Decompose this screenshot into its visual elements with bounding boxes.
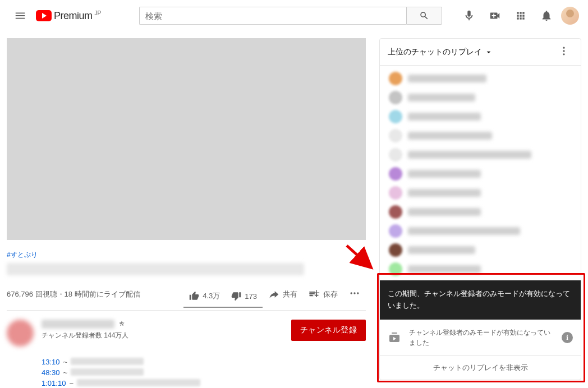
svg-point-5 [563, 53, 564, 55]
chat-text [408, 208, 481, 216]
share-label: 共有 [283, 289, 297, 299]
chat-message [380, 241, 581, 260]
timestamp-link[interactable]: 48:30 [42, 368, 60, 377]
video-column: #すとぷり 676,796 回視聴・18 時間前にライブ配信 4.3万 173 … [7, 38, 366, 388]
video-player[interactable] [7, 38, 366, 240]
view-count-text: 676,796 回視聴・18 時間前にライブ配信 [7, 289, 140, 299]
svg-point-4 [563, 50, 564, 52]
bell-icon [540, 10, 553, 22]
create-button[interactable] [484, 4, 506, 27]
share-button[interactable]: 共有 [263, 284, 303, 304]
youtube-square-icon [388, 331, 401, 344]
share-icon [268, 289, 279, 300]
header-right [458, 4, 579, 27]
chat-text [408, 75, 486, 82]
chat-footer: この期間、チャンネル登録者のみモードが有効になっていました。 チャンネル登録者の… [380, 280, 581, 380]
country-code: JP [95, 10, 102, 16]
chat-system-text: チャンネル登録者のみモードが有効になっていました [409, 327, 554, 348]
chat-message [380, 260, 581, 279]
subscribe-button[interactable]: チャンネル登録 [291, 320, 366, 341]
chat-avatar [389, 167, 402, 181]
video-plus-icon [489, 10, 501, 22]
channel-avatar[interactable] [7, 320, 34, 347]
notifications-button[interactable] [535, 4, 558, 27]
youtube-play-icon [36, 10, 52, 21]
app-header: Premium JP [0, 0, 588, 31]
chat-avatar [389, 224, 402, 238]
chapters-list: 13:10 48:30 1:01:10 [42, 358, 366, 387]
like-button[interactable]: 4.3万 [183, 287, 226, 308]
chat-avatar [389, 72, 402, 85]
svg-point-2 [357, 292, 359, 294]
chat-messages[interactable] [380, 66, 581, 280]
dislike-button[interactable]: 173 [226, 287, 263, 308]
chat-text [408, 246, 475, 254]
stats-row: 676,796 回視聴・18 時間前にライブ配信 4.3万 173 共有 保存 [7, 283, 366, 311]
chapter-item: 13:10 [42, 358, 366, 366]
microphone-icon [463, 10, 475, 22]
logo[interactable]: Premium JP [36, 10, 101, 22]
search-icon [419, 11, 429, 21]
hamburger-icon [14, 10, 26, 22]
playlist-add-icon [309, 289, 320, 300]
chat-text [408, 113, 481, 121]
search-input[interactable] [139, 7, 406, 25]
chat-column: 上位のチャットのリプレイ この期間、チャンネル登録者のみモードが有効になっていま… [379, 38, 581, 388]
menu-button[interactable] [9, 4, 31, 27]
channel-name[interactable] [42, 320, 114, 329]
chat-banner: この期間、チャンネル登録者のみモードが有効になっていました。 [380, 280, 581, 320]
chat-text [408, 151, 531, 159]
chat-options-button[interactable] [555, 42, 573, 62]
chat-message [380, 126, 581, 145]
main-content: #すとぷり 676,796 回視聴・18 時間前にライブ配信 4.3万 173 … [0, 31, 588, 388]
search-form [139, 7, 442, 25]
more-vertical-icon [558, 45, 569, 57]
chat-text [408, 227, 520, 235]
like-count: 4.3万 [203, 291, 220, 301]
apps-grid-icon [515, 10, 526, 21]
more-actions-button[interactable] [343, 283, 366, 306]
svg-point-3 [563, 47, 564, 48]
action-bar: 4.3万 173 共有 保存 [183, 283, 366, 306]
svg-rect-7 [392, 332, 397, 334]
search-button[interactable] [406, 7, 442, 25]
chat-text [408, 265, 481, 273]
chat-avatar [389, 129, 402, 142]
channel-info: チャンネル登録者数 144万人 [42, 320, 283, 340]
chat-mode-selector[interactable]: 上位のチャットのリプレイ [388, 47, 493, 57]
chat-text [408, 189, 481, 197]
hashtag-link[interactable]: #すとぷり [7, 250, 38, 260]
chat-avatar [389, 186, 402, 200]
timestamp-link[interactable]: 1:01:10 [42, 379, 66, 387]
chat-avatar [389, 148, 402, 161]
chat-avatar [389, 243, 402, 257]
subscriber-count: チャンネル登録者数 144万人 [42, 331, 283, 340]
svg-point-0 [351, 292, 352, 294]
thumb-down-icon [231, 291, 241, 301]
chat-message [380, 221, 581, 241]
chat-header-label: 上位のチャットのリプレイ [388, 47, 482, 57]
info-button[interactable]: i [562, 332, 573, 343]
chat-message [380, 69, 581, 88]
chat-message [380, 164, 581, 183]
account-avatar[interactable] [561, 7, 579, 25]
thumb-up-icon [189, 291, 199, 301]
hide-chat-button[interactable]: チャットのリプレイを非表示 [380, 355, 581, 380]
timestamp-link[interactable]: 13:10 [42, 358, 60, 366]
chat-message [380, 88, 581, 107]
chapter-item: 48:30 [42, 368, 366, 377]
chat-message [380, 107, 581, 126]
apps-button[interactable] [509, 4, 532, 27]
chat-avatar [389, 91, 402, 104]
more-horizontal-icon [349, 288, 360, 299]
chat-avatar [389, 262, 402, 276]
save-button[interactable]: 保存 [303, 284, 343, 304]
chevron-down-icon [484, 48, 493, 57]
chat-panel: 上位のチャットのリプレイ この期間、チャンネル登録者のみモードが有効になっていま… [379, 38, 581, 380]
voice-search-button[interactable] [458, 4, 480, 27]
chat-message [380, 202, 581, 221]
chat-text [408, 94, 475, 101]
channel-row: チャンネル登録者数 144万人 チャンネル登録 [7, 311, 366, 355]
video-title [7, 263, 304, 275]
save-label: 保存 [323, 289, 338, 299]
